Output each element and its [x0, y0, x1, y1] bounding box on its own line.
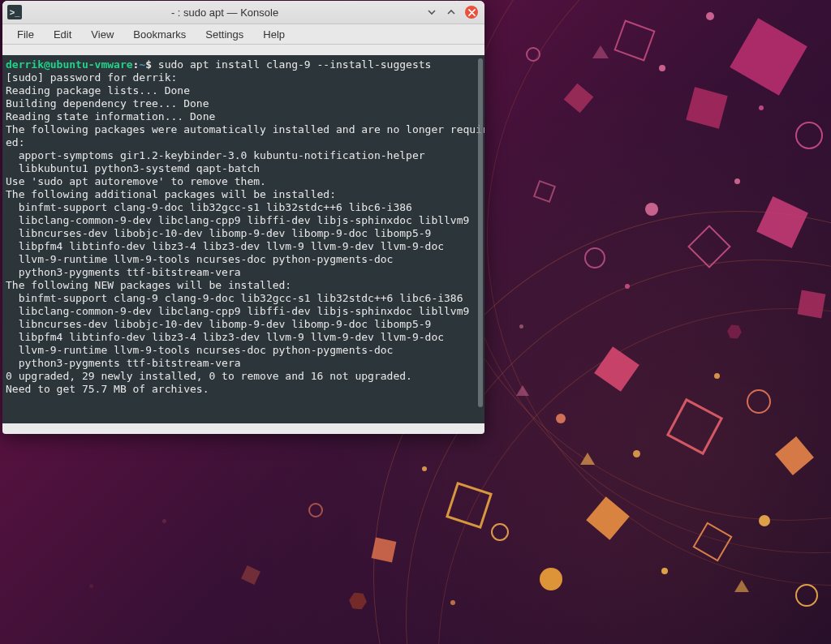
menu-settings[interactable]: Settings	[196, 26, 253, 43]
menu-bookmarks[interactable]: Bookmarks	[123, 26, 196, 43]
terminal-line: [sudo] password for derrik:	[6, 71, 478, 84]
konsole-window: >_ - : sudo apt — Konsole File Edit View…	[2, 1, 484, 434]
chevron-down-icon	[427, 7, 437, 17]
terminal-line: llvm-9-runtime llvm-9-tools ncurses-doc …	[6, 253, 478, 266]
close-button[interactable]	[465, 6, 478, 19]
terminal-line: libclang-common-9-dev libclang-cpp9 libf…	[6, 214, 478, 227]
terminal-line: binfmt-support clang-9-doc lib32gcc-s1 l…	[6, 201, 478, 214]
prompt-dollar: $	[145, 58, 152, 71]
terminal-line: libncurses-dev libobjc-10-dev libomp-9-d…	[6, 318, 478, 331]
terminal-line: python3-pygments ttf-bitstream-vera	[6, 266, 478, 279]
terminal-glyph-icon: >_	[10, 7, 20, 17]
konsole-app-icon: >_	[7, 5, 22, 19]
menu-view[interactable]: View	[81, 26, 123, 43]
terminal-line: Reading package lists... Done	[6, 84, 478, 97]
terminal-line: 0 upgraded, 29 newly installed, 0 to rem…	[6, 370, 478, 383]
terminal-line: libpfm4 libtinfo-dev libz3-4 libz3-dev l…	[6, 331, 478, 344]
terminal-line: ed:	[6, 136, 478, 149]
terminal-line: The following packages were automaticall…	[6, 123, 478, 136]
minimize-button[interactable]	[426, 6, 437, 18]
terminal-line: Building dependency tree... Done	[6, 97, 478, 110]
terminal-line: Use 'sudo apt autoremove' to remove them…	[6, 175, 478, 188]
terminal-area: derrik@ubuntu-vmware:~$ sudo apt install…	[2, 55, 484, 423]
menu-help[interactable]: Help	[253, 26, 295, 43]
command-text: sudo apt install clang-9 --install-sugge…	[152, 58, 431, 71]
terminal-line: Need to get 75.7 MB of archives.	[6, 383, 478, 396]
chevron-up-icon	[446, 7, 456, 17]
terminal-line: llvm-9-runtime llvm-9-tools ncurses-doc …	[6, 344, 478, 357]
terminal-line: python3-pygments ttf-bitstream-vera	[6, 357, 478, 370]
terminal-output[interactable]: derrik@ubuntu-vmware:~$ sudo apt install…	[2, 55, 484, 423]
terminal-line: binfmt-support clang-9 clang-9-doc lib32…	[6, 292, 478, 305]
terminal-line: Reading state information... Done	[6, 110, 478, 123]
menu-file[interactable]: File	[7, 26, 44, 43]
window-controls	[426, 6, 484, 19]
menu-edit[interactable]: Edit	[44, 26, 81, 43]
menubar: File Edit View Bookmarks Settings Help	[2, 24, 484, 45]
terminal-line: libkubuntu1 python3-systemd qapt-batch	[6, 162, 478, 175]
prompt-user-host: derrik@ubuntu-vmware	[6, 58, 133, 71]
maximize-button[interactable]	[446, 6, 457, 18]
close-icon	[468, 9, 476, 16]
terminal-line: libncurses-dev libobjc-10-dev libomp-9-d…	[6, 227, 478, 240]
terminal-line: apport-symptoms gir1.2-keybinder-3.0 kub…	[6, 149, 478, 162]
terminal-line: libpfm4 libtinfo-dev libz3-4 libz3-dev l…	[6, 240, 478, 253]
window-titlebar[interactable]: >_ - : sudo apt — Konsole	[2, 1, 484, 24]
terminal-line: libclang-common-9-dev libclang-cpp9 libf…	[6, 305, 478, 318]
window-title: - : sudo apt — Konsole	[27, 6, 426, 19]
terminal-line: The following NEW packages will be insta…	[6, 279, 478, 292]
terminal-line: The following additional packages will b…	[6, 188, 478, 201]
terminal-scrollbar[interactable]	[478, 58, 483, 407]
